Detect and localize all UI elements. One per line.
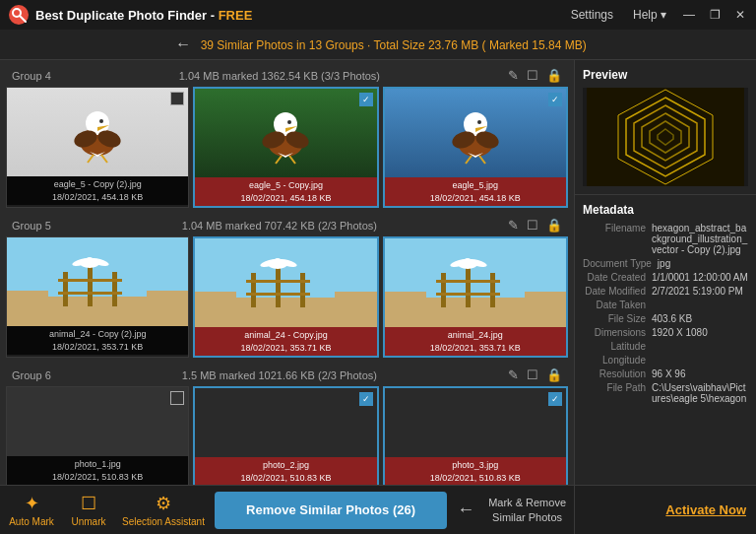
- meta-value: hexagon_abstract_background_illustration…: [652, 223, 748, 255]
- title-left: Best Duplicate Photo Finder - FREE: [8, 4, 252, 26]
- svg-rect-34: [112, 272, 117, 306]
- photo-caption: photo_3.jpg18/02/2021, 510.83 KB: [385, 457, 566, 485]
- sub-header: ← 39 Similar Photos in 13 Groups · Total…: [0, 30, 756, 60]
- preview-title: Preview: [583, 68, 748, 82]
- remove-similar-button[interactable]: Remove Similar Photos (26): [215, 492, 447, 529]
- group-4-checkbox-icon[interactable]: ☐: [527, 68, 538, 83]
- photo-checkbox[interactable]: [170, 391, 184, 405]
- restore-button[interactable]: ❐: [707, 7, 723, 23]
- meta-value: 1/1/0001 12:00:00 AM: [652, 272, 748, 283]
- photo-cell[interactable]: photo_1.jpg18/02/2021, 510.83 KB: [6, 386, 189, 485]
- meta-key: Resolution: [583, 368, 652, 379]
- photo-checkbox[interactable]: [170, 92, 184, 105]
- group-6-lock-icon[interactable]: 🔒: [546, 367, 562, 382]
- photo-cell[interactable]: photo_3.jpg18/02/2021, 510.83 KB: [383, 386, 568, 485]
- meta-key: File Path: [583, 382, 652, 404]
- photo-cell[interactable]: eagle_5 - Copy.jpg18/02/2021, 454.18 KB: [193, 87, 378, 208]
- back-button[interactable]: ←: [169, 35, 197, 53]
- photo-image: [385, 89, 566, 177]
- photo-cell[interactable]: animal_24.jpg18/02/2021, 353.71 KB: [383, 236, 568, 358]
- photos-scroll-area[interactable]: Group 4 1.04 MB marked 1362.54 KB (3/3 P…: [0, 60, 574, 485]
- svg-rect-44: [251, 273, 256, 307]
- meta-key: Filename: [583, 223, 652, 255]
- svg-rect-59: [436, 280, 500, 283]
- meta-key: Date Created: [583, 272, 652, 283]
- activate-now-button[interactable]: Activate Now: [665, 502, 746, 517]
- svg-rect-45: [276, 268, 281, 307]
- metadata-row: File PathC:\Users\vaibhav\Pictures\eagle…: [583, 382, 748, 404]
- svg-rect-32: [63, 272, 68, 306]
- photo-caption: eagle_5 - Copy (2).jpg18/02/2021, 454.18…: [7, 176, 188, 205]
- photo-cell[interactable]: eagle_5 - Copy (2).jpg18/02/2021, 454.18…: [6, 87, 189, 208]
- svg-rect-33: [88, 267, 93, 306]
- svg-line-20: [289, 156, 295, 164]
- photo-checkbox[interactable]: [359, 392, 373, 406]
- group-5-label: Group 5: [12, 220, 51, 232]
- group-4-edit-icon[interactable]: ✎: [508, 68, 519, 83]
- auto-mark-icon: ✦: [25, 493, 39, 514]
- bottom-toolbar: ✦ Auto Mark ☐ Unmark ⚙ Selection Assista…: [0, 485, 574, 534]
- photo-caption: animal_24 - Copy (2).jpg18/02/2021, 353.…: [7, 326, 188, 355]
- group-6-header: Group 6 1.5 MB marked 1021.66 KB (2/3 Ph…: [6, 364, 568, 386]
- auto-mark-button[interactable]: ✦ Auto Mark: [8, 493, 55, 527]
- photo-cell[interactable]: photo_2.jpg18/02/2021, 510.83 KB: [193, 386, 378, 485]
- group-5-checkbox-icon[interactable]: ☐: [527, 218, 538, 233]
- arrow-icon: ←: [457, 500, 474, 520]
- photo-cell[interactable]: eagle_5.jpg18/02/2021, 454.18 KB: [383, 87, 568, 208]
- svg-rect-36: [58, 292, 122, 295]
- meta-value: 96 X 96: [652, 368, 748, 379]
- group-4-photos: eagle_5 - Copy (2).jpg18/02/2021, 454.18…: [6, 87, 568, 208]
- group-6-actions: ✎ ☐ 🔒: [508, 367, 562, 382]
- svg-point-6: [99, 119, 103, 123]
- metadata-row: File Size403.6 KB: [583, 313, 748, 324]
- meta-value: [652, 341, 748, 352]
- svg-rect-66: [587, 88, 744, 186]
- minimize-button[interactable]: —: [681, 7, 697, 23]
- group-4-lock-icon[interactable]: 🔒: [546, 68, 562, 83]
- svg-rect-35: [58, 279, 122, 282]
- group-5-lock-icon[interactable]: 🔒: [546, 218, 562, 233]
- group-5-actions: ✎ ☐ 🔒: [508, 218, 562, 233]
- help-button[interactable]: Help ▾: [628, 6, 671, 24]
- photo-cell[interactable]: animal_24 - Copy.jpg18/02/2021, 353.71 K…: [193, 236, 378, 358]
- photo-cell[interactable]: animal_24 - Copy (2).jpg18/02/2021, 353.…: [6, 236, 189, 358]
- selection-assistant-button[interactable]: ⚙ Selection Assistant: [122, 493, 205, 527]
- group-5-photos: animal_24 - Copy (2).jpg18/02/2021, 353.…: [6, 236, 568, 358]
- group-6-size: 1.5 MB marked 1021.66 KB (2/3 Photos): [182, 369, 377, 381]
- group-4-header: Group 4 1.04 MB marked 1362.54 KB (3/3 P…: [6, 64, 568, 87]
- preview-section: Preview: [575, 60, 756, 195]
- photo-caption: eagle_5 - Copy.jpg18/02/2021, 454.18 KB: [195, 177, 376, 206]
- svg-point-24: [477, 120, 481, 124]
- left-panel: Group 4 1.04 MB marked 1362.54 KB (3/3 P…: [0, 60, 574, 534]
- meta-key: Latitude: [583, 341, 652, 352]
- meta-key: Date Taken: [583, 300, 652, 310]
- photo-image: [385, 388, 566, 457]
- photo-checkbox[interactable]: [359, 93, 373, 106]
- metadata-title: Metadata: [583, 203, 748, 217]
- activate-bar: Activate Now: [575, 485, 756, 534]
- svg-rect-48: [246, 293, 310, 296]
- metadata-row: Latitude: [583, 341, 748, 352]
- settings-button[interactable]: Settings: [566, 6, 618, 24]
- photo-image: [7, 237, 188, 326]
- meta-key: File Size: [583, 313, 652, 324]
- app-title: Best Duplicate Photo Finder - FREE: [35, 8, 252, 23]
- svg-rect-47: [246, 280, 310, 283]
- unmark-button[interactable]: ☐ Unmark: [65, 493, 112, 527]
- group-5-container: Group 5 1.04 MB marked 707.42 KB (2/3 Ph…: [6, 214, 568, 358]
- svg-point-15: [287, 120, 291, 124]
- group-6-edit-icon[interactable]: ✎: [508, 367, 519, 382]
- group-6-container: Group 6 1.5 MB marked 1021.66 KB (2/3 Ph…: [6, 364, 568, 485]
- photo-image: [7, 387, 188, 456]
- metadata-row: Date Created1/1/0001 12:00:00 AM: [583, 272, 748, 283]
- group-5-edit-icon[interactable]: ✎: [508, 218, 519, 233]
- meta-value: [652, 300, 748, 310]
- photo-checkbox[interactable]: [548, 392, 562, 406]
- svg-line-10: [88, 155, 94, 163]
- svg-rect-57: [466, 268, 471, 307]
- metadata-row: Longitude: [583, 355, 748, 366]
- photo-caption: animal_24 - Copy.jpg18/02/2021, 353.71 K…: [195, 327, 376, 356]
- close-button[interactable]: ✕: [732, 7, 748, 23]
- photo-checkbox[interactable]: [548, 93, 562, 106]
- group-6-checkbox-icon[interactable]: ☐: [527, 367, 538, 382]
